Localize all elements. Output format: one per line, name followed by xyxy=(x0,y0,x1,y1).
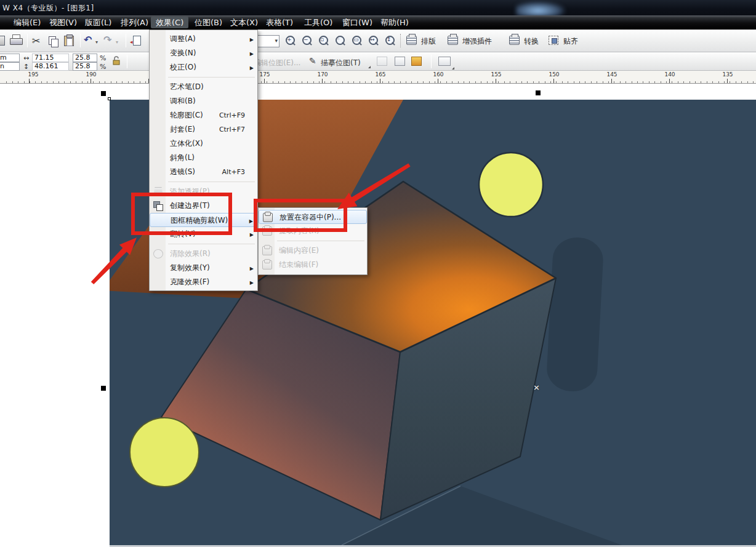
ruler-label-195: 195 xyxy=(28,71,38,78)
effects-menu-item-2[interactable]: 校正(O)▶ xyxy=(150,60,257,74)
copy-icon[interactable] xyxy=(48,36,59,46)
menubar-item-9[interactable]: 窗口(W) xyxy=(337,17,377,28)
toolbar-separator xyxy=(27,34,28,47)
clipped-icon[interactable] xyxy=(0,36,5,46)
trace-dropdown-icon[interactable] xyxy=(368,66,371,68)
zoom-tool-icon-5[interactable]: ↔ xyxy=(368,35,380,47)
percent-label-1: % xyxy=(100,54,106,62)
ruler-label-145: 145 xyxy=(606,71,617,78)
zoom-tool-icon-1[interactable]: − xyxy=(301,35,313,47)
scale-y-field[interactable]: 25.8 xyxy=(73,62,97,71)
undo-icon[interactable]: ↶ xyxy=(84,34,92,46)
resample-bitmap-icon[interactable] xyxy=(377,57,387,66)
scale-lock-icon[interactable] xyxy=(112,56,121,66)
effects-menu-item-9[interactable]: 透镜(S)Alt+F3 xyxy=(150,165,257,179)
horizontal-ruler[interactable]: 195190175170165160155150145140135130 xyxy=(0,71,756,84)
zoom-tool-icon-0[interactable]: + xyxy=(284,35,297,47)
window-title: W X4（专业版）- [图形1] xyxy=(2,3,94,14)
undo-dropdown-icon[interactable]: ▾ xyxy=(95,39,98,45)
selection-anchor-node[interactable] xyxy=(108,97,111,100)
powerclip-submenu-item-2[interactable]: 编辑内容(E) xyxy=(259,244,367,258)
ruler-label-140: 140 xyxy=(664,71,675,78)
menubar-item-3[interactable]: 排列(A) xyxy=(116,17,153,28)
menubar-item-6[interactable]: 文本(X) xyxy=(225,17,263,28)
effects-menu-label-3: 艺术笔(D) xyxy=(170,80,204,94)
toolbar-separator xyxy=(127,55,127,68)
effects-menu-item-0[interactable]: 调整(A)▶ xyxy=(150,32,257,46)
powerclip-submenu-label-3: 结束编辑(F) xyxy=(279,258,318,272)
height-arrows-icon: ↕ xyxy=(23,63,29,71)
trace-bitmap-button[interactable]: 描摹位图(T) xyxy=(321,58,361,68)
standard-toolbar: ✂ ↶ ▾ ↷ ▾ +−▫◦▭↔↕ 排版增强插件转换贴齐 xyxy=(0,30,756,52)
menu-separator xyxy=(150,241,257,247)
effects-menu-item-3[interactable]: 艺术笔(D) xyxy=(150,80,257,94)
drawing-canvas[interactable]: × xyxy=(0,84,756,547)
annotation-rect-submenu xyxy=(254,199,347,232)
selection-handle-middle-left[interactable] xyxy=(101,386,106,391)
menubar-item-7[interactable]: 表格(T) xyxy=(261,17,298,28)
docker-button-0[interactable]: 排版 xyxy=(421,36,436,47)
redo-icon[interactable]: ↷ xyxy=(103,34,111,46)
shortcut-label: Alt+F3 xyxy=(222,165,245,179)
zoom-tool-icon-6[interactable]: ↕ xyxy=(384,35,396,47)
print-icon[interactable] xyxy=(10,38,22,45)
docker-button-3[interactable]: 贴齐 xyxy=(563,36,578,47)
effects-menu-item-1[interactable]: 变换(N)▶ xyxy=(150,46,257,60)
menubar-item-8[interactable]: 工具(O) xyxy=(299,17,337,28)
effects-menu-item-15[interactable]: 复制效果(Y)▶ xyxy=(150,261,257,275)
object-y-field[interactable]: n xyxy=(0,62,20,71)
zoom-tool-icon-4[interactable]: ▭ xyxy=(351,35,363,47)
effects-menu-item-16[interactable]: 克隆效果(F)▶ xyxy=(150,275,257,289)
docker-button-2[interactable]: 转换 xyxy=(524,36,539,47)
object-height-field[interactable]: 48.161 mm xyxy=(32,62,69,71)
menu-separator xyxy=(150,179,257,185)
effects-menu-item-14[interactable]: 清除效果(R) xyxy=(150,247,257,261)
ruler-label-160: 160 xyxy=(433,71,443,78)
edit-bitmap-button[interactable]: 编辑位图(E)... xyxy=(254,58,300,68)
toolbar-separator xyxy=(431,55,432,68)
zoom-tool-icon-2[interactable]: ▫ xyxy=(318,35,330,47)
ruler-label-165: 165 xyxy=(375,71,385,78)
powerclip-submenu-item-3[interactable]: 结束编辑(F) xyxy=(259,258,367,272)
scale-x-field[interactable]: 25.8 xyxy=(73,54,97,62)
paste-icon[interactable] xyxy=(64,36,74,46)
wrap-text-icon[interactable] xyxy=(438,57,451,66)
selection-center-mark[interactable]: × xyxy=(533,383,540,392)
redo-dropdown-icon[interactable]: ▾ xyxy=(116,39,118,45)
effects-menu-label-6: 封套(E) xyxy=(170,122,195,137)
menubar-item-5[interactable]: 位图(B) xyxy=(190,17,227,28)
bitmap-mode-icon[interactable] xyxy=(395,57,405,66)
submenu-arrow-icon: ▶ xyxy=(250,276,254,290)
menubar-item-1[interactable]: 视图(V) xyxy=(44,17,82,28)
menubar-item-10[interactable]: 帮助(H) xyxy=(376,17,414,28)
docker-button-1[interactable]: 增强插件 xyxy=(462,36,492,47)
zoom-tool-icon-3[interactable]: ◦ xyxy=(334,35,347,47)
title-bar[interactable]: W X4（专业版）- [图形1] xyxy=(0,0,756,15)
snap-icon xyxy=(549,36,558,45)
box-icon xyxy=(262,260,272,270)
effects-menu-item-6[interactable]: 封套(E)Ctrl+F7 xyxy=(150,122,257,137)
menubar-item-4[interactable]: 效果(C) xyxy=(151,17,188,28)
cut-icon[interactable]: ✂ xyxy=(32,35,40,47)
effects-menu: 调整(A)▶变换(N)▶校正(O)▶艺术笔(D)调和(B)轮廓图(C)Ctrl+… xyxy=(149,30,258,291)
ruler-label-155: 155 xyxy=(491,71,501,78)
powerclip-submenu-label-2: 编辑内容(E) xyxy=(279,244,319,258)
effects-menu-label-5: 轮廓图(C) xyxy=(170,108,203,122)
selection-handle-top-left[interactable] xyxy=(101,91,106,96)
ruler-label-150: 150 xyxy=(549,71,559,78)
menubar-item-2[interactable]: 版面(L) xyxy=(80,17,116,28)
wrap-dropdown-icon[interactable] xyxy=(452,67,454,70)
import-icon[interactable] xyxy=(133,36,141,46)
ruler-label-170: 170 xyxy=(317,71,328,78)
object-width-field[interactable]: 71.15 mm xyxy=(32,54,69,62)
menubar-item-0[interactable]: 编辑(E) xyxy=(9,17,46,28)
percent-label-2: % xyxy=(100,63,106,71)
zoom-level-combobox[interactable] xyxy=(257,35,279,47)
effects-menu-item-7[interactable]: 立体化(X) xyxy=(150,137,257,151)
object-x-field[interactable]: m xyxy=(0,54,20,62)
selection-handle-top-middle[interactable] xyxy=(536,90,541,95)
image-adjustment-icon[interactable] xyxy=(411,57,422,66)
effects-menu-item-4[interactable]: 调和(B) xyxy=(150,94,257,108)
effects-menu-item-8[interactable]: 斜角(L) xyxy=(150,151,257,165)
effects-menu-item-5[interactable]: 轮廓图(C)Ctrl+F9 xyxy=(150,108,257,122)
